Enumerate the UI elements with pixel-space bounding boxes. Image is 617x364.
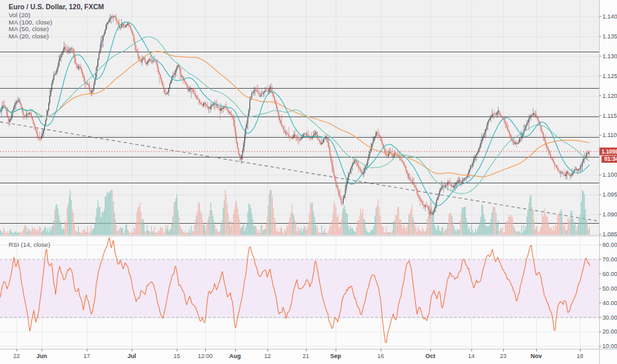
time-tick-label: 14 [468, 353, 475, 359]
time-tick-label: 12:00 [198, 353, 213, 359]
time-tick-label: Jun [36, 353, 47, 359]
chart-canvas[interactable]: 1.140001.135001.130001.125001.120001.115… [0, 0, 617, 364]
price-tick-label: 1.09500 [602, 191, 617, 198]
time-tick-label: Oct [425, 353, 435, 359]
price-tick-label: 1.13500 [602, 33, 617, 40]
rsi-tick-label: 10.00 [602, 343, 617, 349]
rsi-tick-label: 20.00 [602, 328, 617, 335]
legend-volume[interactable]: Vol (20) [9, 12, 104, 19]
time-tick-label: 17 [83, 353, 90, 359]
price-tick-label: 1.10000 [602, 171, 617, 178]
last-price-label: 1.10590 [602, 148, 617, 155]
rsi-tick-label: 40.00 [602, 300, 617, 306]
chart-window: 1.140001.135001.130001.125001.120001.115… [0, 0, 617, 364]
time-tick-label: 22 [13, 353, 20, 359]
rsi-tick-label: 60.00 [602, 271, 617, 277]
time-tick-label: Nov [530, 353, 542, 359]
legend-ma50[interactable]: MA (50, close) [9, 26, 104, 33]
price-tick-label: 1.12500 [602, 73, 617, 79]
price-tick-label: 1.08500 [602, 231, 617, 238]
time-tick-label: 18 [577, 353, 583, 359]
countdown-label: 01:34 [604, 156, 617, 162]
time-tick-label: 21 [303, 353, 309, 359]
rsi-legend[interactable]: RSI (14, close) [9, 238, 50, 250]
price-tick-label: 1.14000 [602, 13, 617, 20]
time-tick-label: Aug [229, 353, 241, 359]
time-tick-label: 23 [500, 353, 506, 359]
legend-ma20[interactable]: MA (20, close) [9, 33, 104, 40]
time-tick-label: 15 [173, 353, 180, 359]
rsi-tick-label: 30.00 [602, 314, 617, 321]
price-tick-label: 1.09000 [602, 211, 617, 218]
price-tick-label: 1.12000 [602, 93, 617, 99]
rsi-tick-label: 70.00 [602, 256, 617, 263]
price-tick-label: 1.11000 [602, 132, 617, 138]
time-tick-label: Sep [330, 353, 342, 359]
rsi-tick-label: 50.00 [602, 285, 617, 292]
rsi-tick-label: 80.00 [602, 242, 617, 248]
price-tick-label: 1.13000 [602, 53, 617, 60]
symbol-title[interactable]: Euro / U.S. Dollar, 120, FXCM [9, 3, 104, 11]
time-tick-label: Jul [127, 353, 136, 359]
time-tick-label: 16 [377, 353, 384, 359]
last-price-badge: 1.1059001:34 [600, 148, 617, 163]
main-legend: Euro / U.S. Dollar, 120, FXCM Vol (20) M… [9, 1, 104, 40]
price-tick-label: 1.11500 [602, 113, 617, 119]
rsi-legend-label: RSI (14, close) [9, 241, 50, 248]
time-tick-label: 12 [264, 353, 271, 359]
